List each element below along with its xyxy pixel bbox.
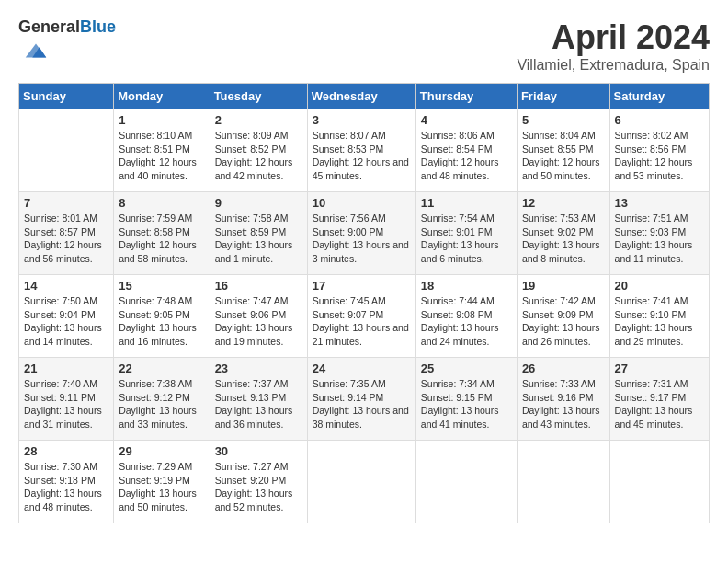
calendar-cell	[609, 441, 709, 523]
day-info: Sunrise: 7:48 AMSunset: 9:05 PMDaylight:…	[119, 294, 204, 349]
calendar-cell: 22Sunrise: 7:38 AMSunset: 9:12 PMDayligh…	[114, 358, 210, 441]
day-info: Sunrise: 8:07 AMSunset: 8:53 PMDaylight:…	[313, 129, 411, 183]
calendar-cell: 23Sunrise: 7:37 AMSunset: 9:13 PMDayligh…	[210, 358, 307, 441]
day-info: Sunrise: 7:31 AMSunset: 9:17 PMDaylight:…	[615, 377, 704, 431]
day-number: 3	[313, 113, 411, 127]
day-number: 15	[119, 279, 204, 293]
calendar-cell: 13Sunrise: 7:51 AMSunset: 9:03 PMDayligh…	[609, 192, 709, 275]
day-info: Sunrise: 7:34 AMSunset: 9:15 PMDaylight:…	[421, 377, 512, 431]
calendar-cell: 20Sunrise: 7:41 AMSunset: 9:10 PMDayligh…	[609, 275, 709, 358]
day-number: 21	[24, 362, 108, 375]
calendar-cell: 21Sunrise: 7:40 AMSunset: 9:11 PMDayligh…	[19, 358, 114, 441]
calendar-week-row: 1Sunrise: 8:10 AMSunset: 8:51 PMDaylight…	[19, 109, 710, 192]
day-number: 14	[24, 279, 108, 293]
calendar-cell: 16Sunrise: 7:47 AMSunset: 9:06 PMDayligh…	[210, 275, 307, 358]
calendar-week-row: 21Sunrise: 7:40 AMSunset: 9:11 PMDayligh…	[19, 358, 710, 441]
weekday-header-monday: Monday	[114, 84, 210, 109]
weekday-header-thursday: Thursday	[415, 84, 517, 109]
day-info: Sunrise: 7:41 AMSunset: 9:10 PMDaylight:…	[615, 294, 704, 349]
day-number: 27	[615, 362, 704, 375]
day-info: Sunrise: 7:47 AMSunset: 9:06 PMDaylight:…	[215, 294, 302, 349]
location-subtitle: Villamiel, Extremadura, Spain	[517, 57, 710, 74]
logo: GeneralBlue	[18, 18, 116, 68]
day-number: 23	[215, 362, 302, 375]
day-number: 1	[119, 113, 204, 127]
calendar-cell: 5Sunrise: 8:04 AMSunset: 8:55 PMDaylight…	[517, 109, 609, 192]
day-info: Sunrise: 7:33 AMSunset: 9:16 PMDaylight:…	[522, 377, 605, 431]
day-number: 7	[24, 196, 108, 210]
calendar-cell: 4Sunrise: 8:06 AMSunset: 8:54 PMDaylight…	[415, 109, 517, 192]
day-info: Sunrise: 7:38 AMSunset: 9:12 PMDaylight:…	[119, 377, 204, 431]
calendar-cell: 12Sunrise: 7:53 AMSunset: 9:02 PMDayligh…	[517, 192, 609, 275]
day-info: Sunrise: 7:42 AMSunset: 9:09 PMDaylight:…	[522, 294, 605, 349]
weekday-header-wednesday: Wednesday	[307, 84, 415, 109]
weekday-header-sunday: Sunday	[19, 84, 114, 109]
calendar-cell	[307, 441, 415, 523]
title-block: April 2024 Villamiel, Extremadura, Spain	[517, 18, 710, 74]
day-number: 16	[215, 279, 302, 293]
day-number: 19	[522, 279, 605, 293]
day-number: 12	[522, 196, 605, 210]
weekday-header-tuesday: Tuesday	[210, 84, 307, 109]
calendar-cell: 15Sunrise: 7:48 AMSunset: 9:05 PMDayligh…	[114, 275, 210, 358]
calendar-week-row: 28Sunrise: 7:30 AMSunset: 9:18 PMDayligh…	[19, 441, 710, 523]
weekday-header-saturday: Saturday	[609, 84, 709, 109]
page-header: GeneralBlue April 2024 Villamiel, Extrem…	[18, 18, 710, 74]
day-number: 4	[421, 113, 512, 127]
day-info: Sunrise: 7:54 AMSunset: 9:01 PMDaylight:…	[421, 212, 512, 266]
day-info: Sunrise: 7:40 AMSunset: 9:11 PMDaylight:…	[24, 377, 108, 431]
day-info: Sunrise: 7:59 AMSunset: 8:58 PMDaylight:…	[119, 212, 204, 266]
logo-icon	[22, 37, 50, 64]
calendar-cell: 25Sunrise: 7:34 AMSunset: 9:15 PMDayligh…	[415, 358, 517, 441]
calendar-table: SundayMondayTuesdayWednesdayThursdayFrid…	[18, 83, 710, 523]
day-number: 10	[313, 196, 411, 210]
calendar-cell: 3Sunrise: 8:07 AMSunset: 8:53 PMDaylight…	[307, 109, 415, 192]
calendar-cell: 9Sunrise: 7:58 AMSunset: 8:59 PMDaylight…	[210, 192, 307, 275]
day-number: 2	[215, 113, 302, 127]
calendar-week-row: 7Sunrise: 8:01 AMSunset: 8:57 PMDaylight…	[19, 192, 710, 275]
day-number: 8	[119, 196, 204, 210]
day-info: Sunrise: 8:09 AMSunset: 8:52 PMDaylight:…	[215, 129, 302, 183]
day-number: 6	[615, 113, 704, 127]
calendar-cell: 27Sunrise: 7:31 AMSunset: 9:17 PMDayligh…	[609, 358, 709, 441]
day-number: 9	[215, 196, 302, 210]
calendar-cell: 2Sunrise: 8:09 AMSunset: 8:52 PMDaylight…	[210, 109, 307, 192]
calendar-cell: 19Sunrise: 7:42 AMSunset: 9:09 PMDayligh…	[517, 275, 609, 358]
day-info: Sunrise: 7:44 AMSunset: 9:08 PMDaylight:…	[421, 294, 512, 349]
day-info: Sunrise: 7:30 AMSunset: 9:18 PMDaylight:…	[24, 460, 108, 514]
calendar-cell: 7Sunrise: 8:01 AMSunset: 8:57 PMDaylight…	[19, 192, 114, 275]
day-number: 11	[421, 196, 512, 210]
calendar-cell: 14Sunrise: 7:50 AMSunset: 9:04 PMDayligh…	[19, 275, 114, 358]
day-info: Sunrise: 7:45 AMSunset: 9:07 PMDaylight:…	[313, 294, 411, 349]
day-info: Sunrise: 8:01 AMSunset: 8:57 PMDaylight:…	[24, 212, 108, 266]
day-info: Sunrise: 7:53 AMSunset: 9:02 PMDaylight:…	[522, 212, 605, 266]
calendar-cell: 6Sunrise: 8:02 AMSunset: 8:56 PMDaylight…	[609, 109, 709, 192]
day-number: 17	[313, 279, 411, 293]
calendar-header-row: SundayMondayTuesdayWednesdayThursdayFrid…	[19, 84, 710, 109]
calendar-cell	[415, 441, 517, 523]
day-number: 22	[119, 362, 204, 375]
day-number: 5	[522, 113, 605, 127]
calendar-cell	[19, 109, 114, 192]
day-info: Sunrise: 8:06 AMSunset: 8:54 PMDaylight:…	[421, 129, 512, 183]
day-number: 24	[313, 362, 411, 375]
calendar-cell: 11Sunrise: 7:54 AMSunset: 9:01 PMDayligh…	[415, 192, 517, 275]
calendar-cell: 8Sunrise: 7:59 AMSunset: 8:58 PMDaylight…	[114, 192, 210, 275]
day-info: Sunrise: 7:58 AMSunset: 8:59 PMDaylight:…	[215, 212, 302, 266]
calendar-week-row: 14Sunrise: 7:50 AMSunset: 9:04 PMDayligh…	[19, 275, 710, 358]
calendar-cell: 29Sunrise: 7:29 AMSunset: 9:19 PMDayligh…	[114, 441, 210, 523]
logo-general-text: General	[18, 17, 80, 36]
day-number: 28	[24, 444, 108, 458]
calendar-cell: 30Sunrise: 7:27 AMSunset: 9:20 PMDayligh…	[210, 441, 307, 523]
month-year-title: April 2024	[517, 18, 710, 57]
calendar-cell: 18Sunrise: 7:44 AMSunset: 9:08 PMDayligh…	[415, 275, 517, 358]
day-info: Sunrise: 7:50 AMSunset: 9:04 PMDaylight:…	[24, 294, 108, 349]
day-number: 25	[421, 362, 512, 375]
calendar-cell: 1Sunrise: 8:10 AMSunset: 8:51 PMDaylight…	[114, 109, 210, 192]
day-info: Sunrise: 7:27 AMSunset: 9:20 PMDaylight:…	[215, 460, 302, 514]
calendar-cell: 26Sunrise: 7:33 AMSunset: 9:16 PMDayligh…	[517, 358, 609, 441]
day-info: Sunrise: 7:37 AMSunset: 9:13 PMDaylight:…	[215, 377, 302, 431]
logo-blue-text: Blue	[80, 17, 116, 36]
day-info: Sunrise: 7:56 AMSunset: 9:00 PMDaylight:…	[313, 212, 411, 266]
day-info: Sunrise: 7:29 AMSunset: 9:19 PMDaylight:…	[119, 460, 204, 514]
